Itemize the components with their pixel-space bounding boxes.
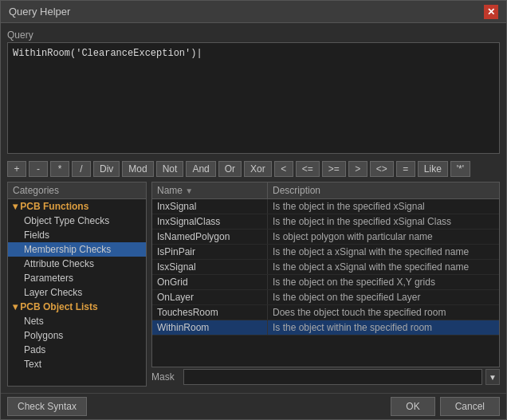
results-panel: Name ▼ Description InxSignal Is the obje… [151,182,500,387]
table-row[interactable]: IsPinPair Is the object a xSignal with t… [152,245,499,260]
tree-item-pads[interactable]: Pads [8,343,146,357]
tree-item-fields[interactable]: Fields [8,228,146,242]
op-lte[interactable]: <= [296,161,320,177]
table-row[interactable]: OnGrid Is the object on the specified X,… [152,275,499,290]
op-gt[interactable]: > [348,161,367,177]
cell-name: InxSignalClass [152,214,268,229]
title-bar: Query Helper ✕ [1,1,506,23]
table-headers: Name ▼ Description [151,182,500,198]
cell-desc: Is the object on the specified Layer [268,290,499,304]
categories-panel: Categories ▾ PCB Functions Object Type C… [7,182,147,387]
tree-item-polygons[interactable]: Polygons [8,328,146,343]
op-or[interactable]: Or [218,161,242,177]
mask-label: Mask [151,371,180,383]
cell-name: OnGrid [152,275,268,289]
op-like[interactable]: Like [418,161,448,177]
cell-name: TouchesRoom [152,305,268,320]
mask-input[interactable] [183,369,482,385]
tree-item-membership-checks[interactable]: Membership Checks [8,242,146,257]
tree-item-layer-checks[interactable]: Layer Checks [8,285,146,300]
cell-desc: Is object polygon with particular name [268,230,499,244]
op-and[interactable]: And [186,161,215,177]
main-panels: Categories ▾ PCB Functions Object Type C… [7,182,500,387]
tree-item-text[interactable]: Text [8,357,146,371]
cell-desc: Is the object a xSignal with the specifi… [268,245,499,259]
name-sort-arrow: ▼ [185,186,193,195]
op-not[interactable]: Not [156,161,184,177]
cell-desc: Does the object touch the specified room [268,305,499,320]
query-label: Query [7,29,500,41]
cell-desc: Is the object on the specified X,Y grids [268,275,499,289]
ok-button[interactable]: OK [391,397,434,416]
cell-name: IsPinPair [152,245,268,259]
close-button[interactable]: ✕ [484,5,498,19]
table-row-selected[interactable]: WithinRoom Is the object within the spec… [152,320,499,336]
tree-item-pcb-object-lists[interactable]: ▾ PCB Object Lists [8,300,146,314]
table-row[interactable]: InxSignalClass Is the object in the spec… [152,214,499,230]
dialog-body: Query + - * / Div Mod Not And Or Xor < <… [1,23,506,393]
right-panel-inner: Name ▼ Description InxSignal Is the obje… [151,182,500,387]
tree-item-parameters[interactable]: Parameters [8,271,146,285]
table-row[interactable]: TouchesRoom Does the object touch the sp… [152,305,499,320]
cell-desc: Is the object in the specified xSignal C… [268,214,499,229]
categories-header: Categories [7,182,147,198]
footer: Check Syntax OK Cancel [1,393,506,419]
op-xor[interactable]: Xor [244,161,272,177]
op-lt[interactable]: < [274,161,293,177]
tree-item-object-type-checks[interactable]: Object Type Checks [8,214,146,228]
tree-item-pcb-functions[interactable]: ▾ PCB Functions [8,199,146,214]
categories-tree[interactable]: ▾ PCB Functions Object Type Checks Field… [7,198,147,387]
name-column-header: Name ▼ [152,183,268,198]
table-row[interactable]: IsxSignal Is the object a xSignal with t… [152,260,499,275]
op-wildcard[interactable]: '*' [450,161,470,177]
op-div[interactable]: Div [93,161,120,177]
tree-item-nets[interactable]: Nets [8,314,146,328]
cell-desc: Is the object in the specified xSignal [268,199,499,214]
query-helper-dialog: Query Helper ✕ Query + - * / Div Mod Not… [0,0,507,420]
cell-name: WithinRoom [152,320,268,335]
cell-name: IsxSignal [152,260,268,274]
op-gte[interactable]: >= [322,161,346,177]
table-body[interactable]: InxSignal Is the object in the specified… [151,198,500,367]
cell-desc: Is the object a xSignal with the specifi… [268,260,499,274]
cell-name: OnLayer [152,290,268,304]
table-row[interactable]: IsNamedPolygon Is object polygon with pa… [152,230,499,245]
query-input[interactable] [7,42,500,154]
desc-column-header: Description [268,183,499,198]
op-mod[interactable]: Mod [122,161,153,177]
operator-bar: + - * / Div Mod Not And Or Xor < <= >= >… [7,161,500,177]
mask-dropdown[interactable]: ▼ [485,369,500,385]
check-syntax-button[interactable]: Check Syntax [7,397,87,416]
table-row[interactable]: InxSignal Is the object in the specified… [152,199,499,214]
mask-row: Mask ▼ [151,367,500,387]
op-minus[interactable]: - [29,161,48,177]
cell-name: InxSignal [152,199,268,214]
op-multiply[interactable]: * [50,161,69,177]
table-row[interactable]: OnLayer Is the object on the specified L… [152,290,499,305]
footer-buttons: OK Cancel [391,397,500,416]
op-divide[interactable]: / [72,161,91,177]
op-plus[interactable]: + [7,161,26,177]
op-neq[interactable]: <> [370,161,394,177]
dialog-title: Query Helper [9,6,70,18]
cancel-button[interactable]: Cancel [440,397,500,416]
tree-item-attribute-checks[interactable]: Attribute Checks [8,257,146,271]
op-eq[interactable]: = [396,161,415,177]
query-section: Query [7,29,500,156]
cell-name: IsNamedPolygon [152,230,268,244]
cell-desc: Is the object within the specified room [268,320,499,335]
